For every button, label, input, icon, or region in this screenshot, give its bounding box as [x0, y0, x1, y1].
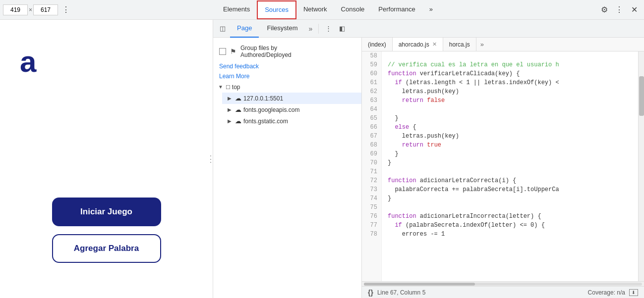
width-input[interactable] — [3, 4, 28, 15]
tree-node-googleapis[interactable]: ☁ fonts.googleapis.com — [222, 104, 361, 115]
cloud-icon-localhost: ☁ — [235, 95, 241, 102]
hscroll-track[interactable] — [364, 283, 642, 286]
tree-children: ☁ 127.0.0.1:5501 ☁ fonts.googleapis.com … — [213, 93, 361, 127]
subtab-bar: ◫ Page Filesystem » ⋮ ◧ — [213, 20, 644, 38]
sources-content: ⚑ Group files by Authored/Deployed Send … — [213, 38, 644, 298]
send-feedback-row: Send feedback — [213, 61, 361, 71]
tree-node-top[interactable]: □ top — [213, 81, 361, 93]
tree-node-gstatic[interactable]: ☁ fonts.gstatic.com — [222, 115, 361, 127]
learn-more-row: Learn More — [213, 71, 361, 81]
height-input[interactable] — [33, 4, 58, 15]
devtools-more-button[interactable]: ⋮ — [60, 4, 72, 16]
tree-arrow-gstatic — [226, 118, 233, 125]
top-bar: × ⋮ Elements Sources Network Console Per… — [0, 0, 644, 20]
coverage-label: Coverage: n/a — [588, 289, 625, 296]
letter-display: a — [20, 45, 36, 79]
folder-icon-top: □ — [226, 83, 230, 91]
tab-network[interactable]: Network — [296, 0, 334, 20]
code-line-70: } — [388, 158, 632, 167]
vertical-scrollbar[interactable] — [638, 51, 644, 281]
file-tabs: (index) ahorcado.js ✕ horca.js » — [362, 38, 644, 51]
iniciar-button[interactable]: Iniciar Juego — [52, 198, 161, 226]
app-preview: a Iniciar Juego Agregar Palabra — [0, 20, 213, 298]
authored-icon: ⚑ — [230, 48, 236, 55]
subtab-separator — [318, 24, 319, 34]
subtab-filesystem[interactable]: Filesystem — [260, 20, 304, 38]
code-line-58 — [388, 51, 632, 60]
file-tree: ⚑ Group files by Authored/Deployed Send … — [213, 38, 362, 298]
code-line-60: function verificarLetraClicada(key) { — [388, 69, 632, 78]
status-left: {} Line 67, Column 5 — [368, 289, 425, 297]
tree-node-localhost[interactable]: ☁ 127.0.0.1:5501 — [222, 93, 361, 104]
code-line-77: if (palabraSecreta.indexOf(letter) <= 0)… — [388, 221, 632, 230]
coverage-icon[interactable]: ⬇ — [629, 289, 638, 296]
more-options-icon[interactable]: ⋮ — [612, 3, 626, 17]
code-line-72: function adicionarLetraCorrecta(i) { — [388, 176, 632, 185]
settings-icon[interactable]: ⚙ — [597, 3, 611, 17]
code-editor: (index) ahorcado.js ✕ horca.js » 5859606… — [362, 38, 644, 298]
code-line-75 — [388, 203, 632, 212]
status-right: Coverage: n/a ⬇ — [588, 289, 638, 296]
hscroll-thumb[interactable] — [364, 283, 475, 286]
devtools-panel: ◫ Page Filesystem » ⋮ ◧ ⚑ G — [213, 20, 644, 298]
file-tabs-more[interactable]: » — [476, 41, 488, 48]
tab-more[interactable]: » — [422, 0, 440, 20]
code-line-74: } — [388, 194, 632, 203]
group-label-line1: Group files by — [240, 45, 292, 51]
pretty-print-icon[interactable]: {} — [368, 289, 373, 297]
code-line-67: letras.push(key) — [388, 132, 632, 141]
code-line-69: } — [388, 149, 632, 158]
code-lines: // verifica cual es la letra en que el u… — [382, 51, 638, 281]
file-tab-index[interactable]: (index) — [362, 38, 393, 51]
top-icons: ⚙ ⋮ ✕ — [597, 3, 641, 17]
code-line-71 — [388, 167, 632, 176]
dimension-x: × — [29, 6, 32, 13]
tab-console[interactable]: Console — [334, 0, 372, 20]
dimension-display: × — [3, 4, 58, 15]
code-scroll-area[interactable]: 5859606162636465666768697071727374757677… — [362, 51, 638, 281]
code-line-78: errores -= 1 — [388, 230, 632, 239]
code-line-65: } — [388, 114, 632, 123]
subtab-options-icon[interactable]: ⋮ — [322, 22, 335, 35]
cloud-icon-gstatic: ☁ — [235, 117, 241, 125]
agregar-button[interactable]: Agregar Palabra — [52, 234, 161, 263]
close-icon[interactable]: ✕ — [627, 3, 641, 17]
code-line-76: function adicionarLetraIncorrecta(letter… — [388, 212, 632, 221]
horizontal-scrollbar[interactable] — [362, 281, 644, 286]
send-feedback-link[interactable]: Send feedback — [219, 63, 259, 70]
code-line-63: return false — [388, 96, 632, 105]
top-bar-left: × ⋮ — [3, 4, 216, 16]
code-line-66: else { — [388, 123, 632, 132]
preview-inner: a Iniciar Juego Agregar Palabra — [0, 20, 213, 298]
file-tab-horca[interactable]: horca.js — [443, 38, 476, 51]
tree-arrow-googleapis — [226, 106, 233, 113]
code-line-64 — [388, 105, 632, 114]
panel-toggle-icon[interactable]: ◫ — [216, 22, 229, 35]
panel-left-icon[interactable]: ◧ — [336, 22, 349, 35]
subtab-page[interactable]: Page — [230, 20, 259, 38]
code-line-73: palabraCorrecta += palabraSecreta[i].toU… — [388, 185, 632, 194]
tab-sources[interactable]: Sources — [257, 0, 296, 19]
main-content: a Iniciar Juego Agregar Palabra ◫ Page F… — [0, 20, 644, 298]
learn-more-link[interactable]: Learn More — [219, 73, 249, 80]
group-label-line2: Authored/Deployed — [240, 51, 292, 58]
subtab-more[interactable]: » — [306, 25, 316, 33]
tree-arrow-localhost — [226, 95, 233, 102]
close-ahorcado-icon[interactable]: ✕ — [432, 41, 437, 48]
drag-handle[interactable] — [209, 20, 213, 298]
code-line-62: letras.push(key) — [388, 87, 632, 96]
line-col: Line 67, Column 5 — [377, 289, 425, 296]
code-scroll-wrapper: 5859606162636465666768697071727374757677… — [362, 51, 644, 281]
cloud-icon-googleapis: ☁ — [235, 106, 241, 113]
status-bar: {} Line 67, Column 5 Coverage: n/a ⬇ — [362, 286, 644, 298]
code-line-61: if (letras.length < 1 || letras.indexOf(… — [388, 78, 632, 87]
file-tree-content: ⚑ Group files by Authored/Deployed Send … — [213, 38, 361, 298]
file-tab-ahorcado[interactable]: ahorcado.js ✕ — [393, 38, 443, 51]
devtools-tabs: Elements Sources Network Console Perform… — [216, 0, 597, 20]
tab-elements[interactable]: Elements — [216, 0, 257, 20]
tab-performance[interactable]: Performance — [371, 0, 422, 20]
group-files-row: ⚑ Group files by Authored/Deployed — [213, 42, 361, 61]
code-line-68: return true — [388, 141, 632, 149]
vscroll-thumb[interactable] — [639, 76, 644, 116]
group-checkbox[interactable] — [219, 48, 226, 55]
